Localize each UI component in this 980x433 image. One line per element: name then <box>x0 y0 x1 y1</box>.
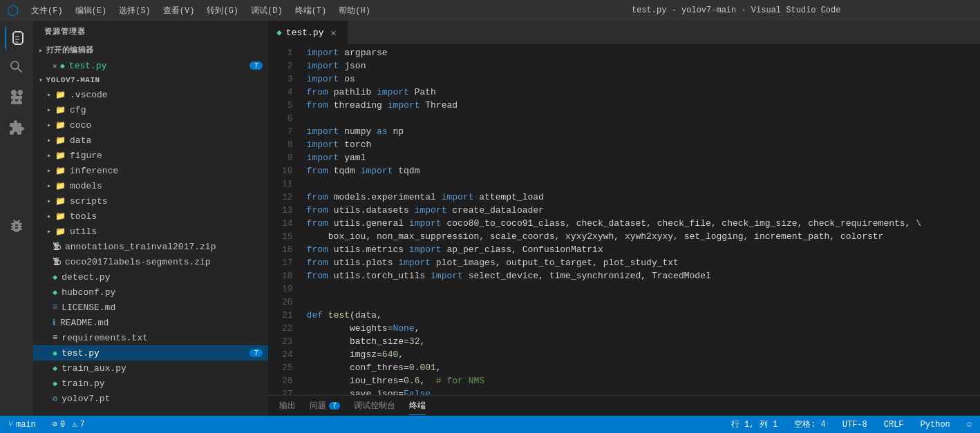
tree-item-inference[interactable]: ▸ 📁 inference <box>33 163 268 178</box>
folder-icon: 📁 <box>55 90 66 100</box>
panel-tab-output[interactable]: 输出 <box>279 397 296 414</box>
line-numbers: 12345 678910 1112131415 1617181920 21222… <box>268 45 301 395</box>
code-line-7: import numpy as np <box>307 125 974 138</box>
py-file-icon: ◆ <box>53 272 57 282</box>
code-line-12: from models.experimental import attempt_… <box>307 191 974 204</box>
tree-item-vscode[interactable]: ▸ 📁 .vscode <box>33 87 268 102</box>
panel-tab-terminal[interactable]: 终端 <box>409 397 426 415</box>
tab-close-button[interactable]: ✕ <box>328 27 339 39</box>
status-encoding[interactable]: UTF-8 <box>840 420 870 430</box>
tree-item-label: .vscode <box>70 90 108 100</box>
code-line-18: from utils.torch_utils import select_dev… <box>307 269 974 282</box>
tree-item-label: utils <box>70 227 97 237</box>
open-editor-badge: 7 <box>249 61 263 70</box>
status-line-ending[interactable]: CRLF <box>881 420 907 430</box>
panel-tab-debug-console[interactable]: 调试控制台 <box>354 397 395 414</box>
feedback-icon: ☺ <box>967 420 972 430</box>
tree-item-cfg[interactable]: ▸ 📁 cfg <box>33 102 268 117</box>
code-line-5: from threading import Thread <box>307 99 974 112</box>
close-editor-icon[interactable]: ✕ <box>53 61 57 70</box>
tree-item-yolov7-pt[interactable]: ⚙ yolov7.pt <box>33 391 268 406</box>
sidebar-header: 资源管理器 <box>33 21 268 42</box>
code-line-1: import argparse <box>307 46 974 59</box>
language-label: Python <box>921 420 950 430</box>
folder-arrow-icon: ▸ <box>47 136 51 144</box>
open-editor-filename: test.py <box>69 61 107 71</box>
main-layout: 资源管理器 ▸ 打开的编辑器 ✕ ◆ test.py 7 ▾ YOLOV7-MA… <box>0 21 980 416</box>
menu-goto[interactable]: 转到(G) <box>201 3 244 18</box>
status-feedback[interactable]: ☺ <box>964 420 974 430</box>
menu-view[interactable]: 查看(V) <box>158 3 200 18</box>
tree-item-readme-md[interactable]: ℹ README.md <box>33 315 268 330</box>
menu-select[interactable]: 选择(S) <box>113 3 156 18</box>
status-branch[interactable]: ⑂ main <box>6 420 39 430</box>
menu-bar: 文件(F) 编辑(E) 选择(S) 查看(V) 转到(G) 调试(D) 终端(T… <box>26 3 500 18</box>
activity-debug[interactable] <box>5 214 28 238</box>
code-line-17: from utils.plots import plot_images, out… <box>307 256 974 269</box>
tree-item-figure[interactable]: ▸ 📁 figure <box>33 148 268 163</box>
code-line-10: from tqdm import tqdm <box>307 164 974 177</box>
tree-item-label: coco2017labels-segments.zip <box>65 257 211 267</box>
tree-item-coco[interactable]: ▸ 📁 coco <box>33 117 268 133</box>
activity-extensions[interactable] <box>5 116 28 139</box>
encoding-label: UTF-8 <box>842 420 867 430</box>
menu-debug[interactable]: 调试(D) <box>245 3 288 18</box>
open-editor-test-py[interactable]: ✕ ◆ test.py 7 <box>33 58 268 73</box>
tree-item-label: hubconf.py <box>62 287 115 298</box>
status-spaces[interactable]: 空格: 4 <box>791 418 829 430</box>
code-line-15: box_iou, non_max_suppression, scale_coor… <box>307 230 974 243</box>
py-file-icon: ◆ <box>53 378 57 389</box>
tree-item-train-py[interactable]: ◆ train.py <box>33 376 268 391</box>
open-editors-chevron: ▸ <box>39 46 44 55</box>
status-errors[interactable]: ⊘ 0 ⚠ 7 <box>50 419 88 430</box>
menu-file[interactable]: 文件(F) <box>26 3 68 18</box>
md-file-icon: ≡ <box>53 302 57 312</box>
tree-item-tools[interactable]: ▸ 📁 tools <box>33 209 268 224</box>
error-count: 0 <box>60 420 65 430</box>
status-line-col[interactable]: 行 1, 列 1 <box>728 418 780 430</box>
menu-help[interactable]: 帮助(H) <box>333 3 376 18</box>
tree-item-label: scripts <box>70 196 108 206</box>
folder-arrow-icon: ▸ <box>47 182 51 190</box>
code-content[interactable]: import argparse import json import os fr… <box>301 45 980 395</box>
tree-item-models[interactable]: ▸ 📁 models <box>33 178 268 193</box>
tree-item-annotations-zip[interactable]: 🗜 annotations_trainval2017.zip <box>33 239 268 254</box>
tree-item-scripts[interactable]: ▸ 📁 scripts <box>33 193 268 209</box>
activity-search[interactable] <box>5 55 28 79</box>
tree-item-hubconf-py[interactable]: ◆ hubconf.py <box>33 285 268 300</box>
activity-bar <box>0 21 33 416</box>
activity-git[interactable] <box>5 84 28 108</box>
window-title: test.py - yolov7-main - Visual Studio Co… <box>500 6 974 15</box>
tree-item-utils[interactable]: ▸ 📁 utils <box>33 224 268 239</box>
menu-edit[interactable]: 编辑(E) <box>70 3 113 18</box>
tree-item-train-aux-py[interactable]: ◆ train_aux.py <box>33 360 268 376</box>
tree-item-coco-zip[interactable]: 🗜 coco2017labels-segments.zip <box>33 254 268 269</box>
activity-explorer[interactable] <box>5 26 28 50</box>
md-file-icon: ℹ <box>53 318 56 328</box>
code-line-20 <box>307 296 974 309</box>
tree-item-data[interactable]: ▸ 📁 data <box>33 133 268 148</box>
line-ending-label: CRLF <box>884 420 904 430</box>
folder-arrow-icon: ▸ <box>47 197 51 205</box>
panel-tab-terminal-label: 终端 <box>409 400 426 412</box>
tree-item-detect-py[interactable]: ◆ detect.py <box>33 269 268 285</box>
line-col-label: 行 1, 列 1 <box>731 418 778 430</box>
tree-item-requirements-txt[interactable]: ≡ requirements.txt <box>33 330 268 345</box>
folder-arrow-icon: ▸ <box>47 166 51 175</box>
tree-item-test-py[interactable]: ◆ test.py 7 <box>33 345 268 360</box>
menu-terminal[interactable]: 终端(T) <box>290 3 332 18</box>
zip-file-icon: 🗜 <box>53 242 61 252</box>
folder-arrow-icon: ▸ <box>47 90 51 99</box>
status-language[interactable]: Python <box>918 420 953 430</box>
project-section[interactable]: ▾ YOLOV7-MAIN <box>33 73 268 87</box>
folder-icon: 📁 <box>55 135 66 146</box>
tree-item-license-md[interactable]: ≡ LICENSE.md <box>33 300 268 315</box>
tree-item-label: figure <box>70 151 102 161</box>
code-line-3: import os <box>307 73 974 86</box>
problems-badge: 7 <box>329 402 340 410</box>
code-editor[interactable]: 12345 678910 1112131415 1617181920 21222… <box>268 45 980 395</box>
tree-item-label: train_aux.py <box>62 363 126 374</box>
open-editors-section[interactable]: ▸ 打开的编辑器 <box>33 42 268 58</box>
tab-test-py[interactable]: ◆ test.py ✕ <box>268 21 348 44</box>
panel-tab-problems[interactable]: 问题 7 <box>310 397 340 414</box>
